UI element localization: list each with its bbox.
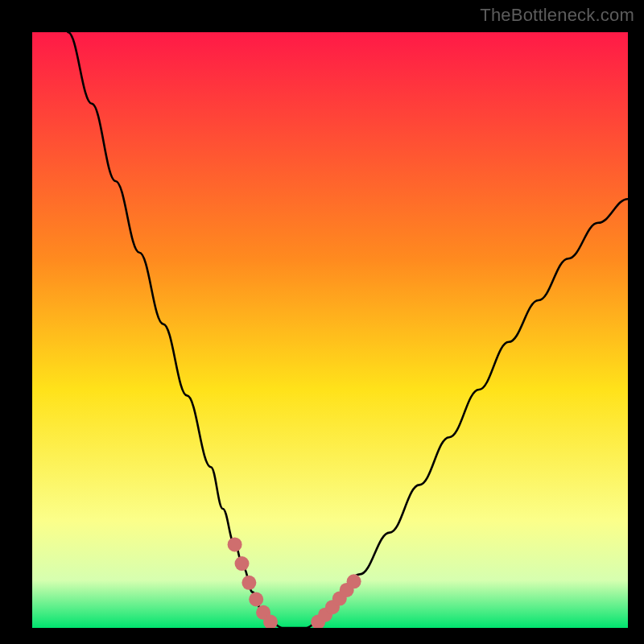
svg-point-12 — [347, 574, 361, 588]
svg-rect-0 — [32, 32, 628, 628]
watermark-label: TheBottleneck.com — [480, 5, 634, 26]
svg-point-4 — [249, 592, 263, 607]
plot-svg — [32, 32, 628, 628]
plot-area — [32, 32, 628, 628]
svg-point-1 — [228, 537, 242, 551]
svg-point-2 — [235, 556, 250, 571]
chart-frame: TheBottleneck.com — [0, 0, 644, 644]
svg-point-3 — [242, 576, 256, 590]
